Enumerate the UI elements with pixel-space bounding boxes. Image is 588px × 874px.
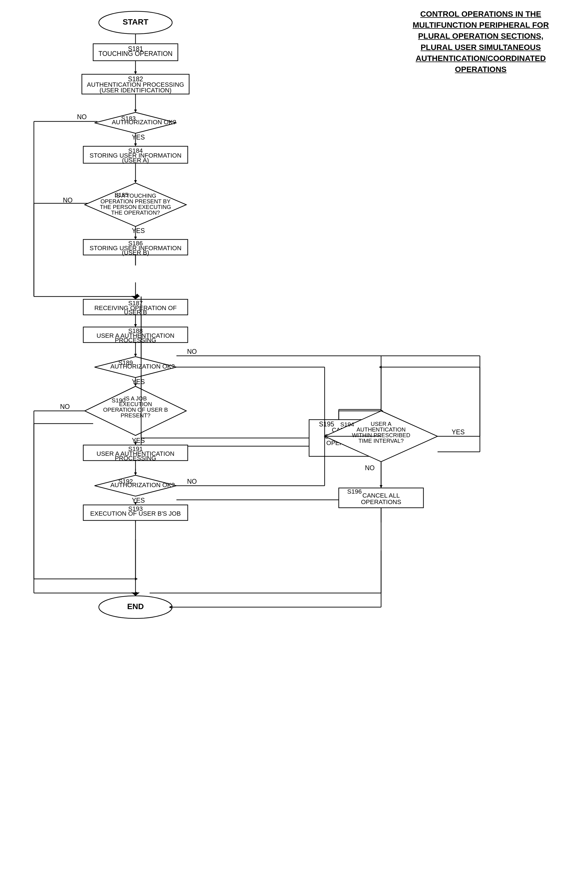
s196-label1: CANCEL ALL xyxy=(363,492,400,499)
s193-label: EXECUTION OF USER B'S JOB xyxy=(90,510,181,517)
s194-label2: AUTHENTICATION xyxy=(357,426,406,432)
svg-marker-59 xyxy=(134,354,137,357)
svg-marker-46 xyxy=(134,143,137,146)
s183-label: AUTHORIZATION OK? xyxy=(112,119,176,126)
s182-label2: (USER IDENTIFICATION) xyxy=(99,87,171,94)
svg-marker-56 xyxy=(134,324,137,327)
s190-label1: IS A JOB xyxy=(124,395,147,402)
svg-marker-50 xyxy=(134,237,137,239)
s185-label4: THE OPERATION? xyxy=(111,210,160,216)
diagram-container: CONTROL OPERATIONS IN THE MULTIFUNCTION … xyxy=(0,0,588,874)
s190-no: NO xyxy=(60,403,70,410)
s194-yes: YES xyxy=(452,428,465,436)
s194-label3: WITHIN PRESCRIBED xyxy=(352,432,411,438)
s196-label2: OPERATIONS xyxy=(361,499,401,506)
s190-label4: PRESENT? xyxy=(120,412,150,419)
s183-yes: YES xyxy=(132,134,145,141)
s194-no: NO xyxy=(365,464,375,472)
svg-marker-44 xyxy=(134,110,137,113)
s187-label2: USER B xyxy=(124,309,147,316)
s194-label4: TIME INTERVAL? xyxy=(358,438,404,444)
s185-label2: OPERATION PRESENT BY xyxy=(100,198,171,204)
s189-no: NO xyxy=(187,348,197,355)
svg-marker-71 xyxy=(131,592,140,596)
s185-no: NO xyxy=(63,197,73,204)
s185-label1: IS A TOUCHING xyxy=(115,192,156,199)
s185-yes: YES xyxy=(132,227,145,234)
s190-label2: EXECUTION xyxy=(119,401,152,407)
s194-label1: USER A xyxy=(370,421,392,427)
s189-label: AUTHORIZATION OK? xyxy=(110,363,175,370)
s185-label3: THE PERSON EXECUTING xyxy=(100,204,171,210)
s192-label: AUTHORIZATION OK? xyxy=(110,482,175,488)
s194-id: S194 xyxy=(340,421,354,428)
svg-marker-48 xyxy=(134,180,137,183)
svg-marker-101 xyxy=(135,578,138,580)
end-label: END xyxy=(127,602,144,611)
svg-marker-86 xyxy=(380,485,382,488)
flowchart-svg: START S181 TOUCHING OPERATION S182 AUTHE… xyxy=(0,0,588,874)
s196-id: S196 xyxy=(347,488,362,495)
svg-marker-66 xyxy=(134,472,137,475)
start-label: START xyxy=(123,18,148,26)
s189-yes: YES xyxy=(132,378,145,386)
s181-label: TOUCHING OPERATION xyxy=(99,50,172,57)
s184-label2: (USER A) xyxy=(122,157,149,164)
svg-marker-42 xyxy=(134,71,137,74)
s190-label3: OPERATION OF USER B xyxy=(103,407,168,413)
s192-yes: YES xyxy=(132,497,145,504)
s192-no: NO xyxy=(187,478,197,485)
s183-no: NO xyxy=(77,113,87,120)
